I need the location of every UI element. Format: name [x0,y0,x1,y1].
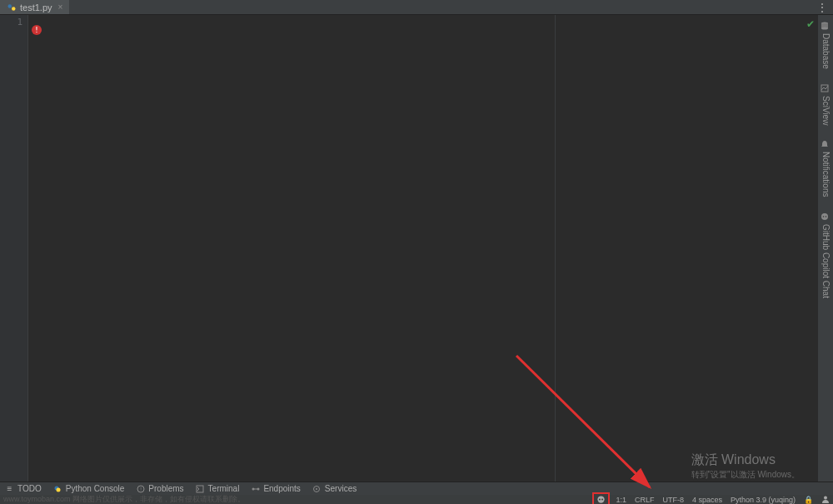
close-tab-icon[interactable]: × [58,2,63,12]
code-area[interactable]: ! [28,15,833,482]
tool-services[interactable]: Services [312,484,357,493]
rail-notifications[interactable]: Notifications [821,140,831,197]
gutter: 1 [0,15,28,482]
status-indent[interactable]: 4 spaces [692,496,722,504]
svg-text:!: ! [140,487,142,492]
svg-point-20 [599,499,601,501]
python-file-icon [7,2,17,12]
status-cursor-position[interactable]: 1:1 [616,496,626,504]
svg-point-8 [826,216,827,217]
tool-endpoints[interactable]: Endpoints [251,484,300,493]
svg-point-22 [824,496,827,499]
svg-point-0 [8,4,12,8]
problems-icon: ! [136,484,145,493]
svg-point-4 [821,27,828,30]
svg-point-21 [602,499,604,501]
tab-filename: test1.py [20,2,52,12]
tab-bar: test1.py × ⋮ [0,0,833,15]
status-encoding[interactable]: UTF-8 [662,496,684,504]
bottom-toolbar: ≡ TODO Python Console ! Problems Termina… [0,482,833,495]
svg-point-6 [821,213,828,220]
tool-python-console[interactable]: Python Console [53,484,125,493]
status-line-separator[interactable]: CRLF [635,496,655,504]
line-number: 1 [0,17,22,27]
tool-problems[interactable]: ! Problems [136,484,183,493]
account-icon[interactable] [821,495,830,505]
tool-todo[interactable]: ≡ TODO [5,484,42,493]
svg-point-7 [823,216,825,217]
watermark-text: www.toymoban.com 网络图片仅供展示，非存储，如有侵权请联系删除。 [3,494,245,504]
status-interpreter[interactable]: Python 3.9 (yuqing) [731,496,796,504]
sciview-icon [821,84,830,92]
editor-split-line [555,15,556,482]
rail-database[interactable]: Database [821,22,831,69]
copilot-status-icon [596,495,606,504]
database-icon [821,22,830,30]
services-icon [312,484,322,493]
file-tab[interactable]: test1.py × [0,0,69,14]
lock-icon[interactable]: 🔒 [804,496,813,504]
tool-terminal[interactable]: Terminal [196,484,240,493]
rail-sciview[interactable]: SciView [821,84,831,125]
python-icon [53,484,62,493]
copilot-icon [821,212,830,221]
bell-icon [821,140,830,148]
todo-icon: ≡ [5,484,14,493]
editor: 1 ! [0,15,833,482]
terminal-icon [196,484,205,493]
endpoints-icon [251,484,260,493]
svg-rect-13 [197,486,203,492]
svg-point-19 [598,496,605,502]
inspection-ok-icon[interactable]: ✔ [806,18,815,30]
svg-point-1 [12,7,16,11]
status-bar: www.toymoban.com 网络图片仅供展示，非存储，如有侵权请联系删除。… [0,495,833,504]
svg-point-18 [316,488,317,490]
error-bulb-icon[interactable]: ! [32,25,42,35]
status-copilot[interactable] [595,495,607,504]
right-rail: Database SciView Notifications GitHub Co… [818,15,833,482]
rail-copilot-chat[interactable]: GitHub Copilot Chat [821,212,831,298]
tab-overflow-icon[interactable]: ⋮ [816,1,828,14]
svg-point-10 [57,487,61,492]
